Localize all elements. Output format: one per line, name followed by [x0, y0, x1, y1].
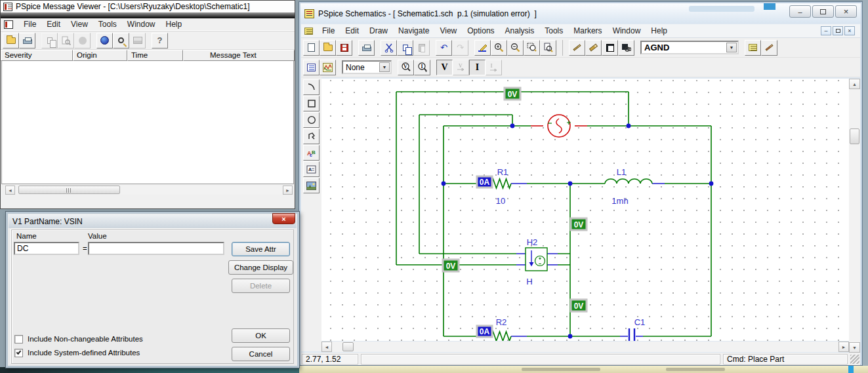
- draw-polyline-button[interactable]: [303, 128, 320, 144]
- voltage-viewpoint-button[interactable]: V: [398, 60, 414, 75]
- scroll-up-button[interactable]: ▲: [849, 79, 860, 89]
- draw-ellipse-button[interactable]: [303, 112, 320, 128]
- ok-button[interactable]: OK: [232, 328, 290, 343]
- dialog-close-button[interactable]: ×: [272, 213, 295, 224]
- draw-rectangle-button[interactable]: [303, 96, 320, 111]
- cut-button[interactable]: [381, 40, 397, 56]
- mv-menu-window[interactable]: Window: [122, 18, 161, 30]
- zoom-in-button[interactable]: [491, 40, 507, 56]
- change-display-button[interactable]: Change Display: [228, 260, 293, 275]
- open-button[interactable]: [320, 40, 336, 56]
- menu-draw[interactable]: Draw: [364, 25, 393, 37]
- vertical-scroll-thumb[interactable]: [850, 128, 859, 144]
- draw-textbox-button[interactable]: A: [303, 161, 320, 177]
- resize-grip[interactable]: [850, 355, 859, 364]
- mdi-close-button[interactable]: ×: [844, 26, 855, 35]
- schematics-titlebar[interactable]: PSpice Schematics - [ Schematic1.sch p.1…: [300, 3, 861, 24]
- scroll-right-button[interactable]: ►: [283, 186, 293, 195]
- current-badge[interactable]: 0A: [477, 326, 492, 337]
- bus-tool-button[interactable]: [585, 40, 602, 56]
- column-origin[interactable]: Origin: [73, 50, 127, 61]
- l1-value-label[interactable]: 1mh: [611, 196, 628, 206]
- canvas-vertical-scrollbar[interactable]: ▲ ▼: [849, 79, 860, 353]
- menu-window[interactable]: Window: [608, 25, 646, 37]
- voltage-badge[interactable]: 0V: [505, 88, 520, 100]
- menu-options[interactable]: Options: [462, 25, 499, 37]
- horizontal-scroll-thumb[interactable]: [342, 342, 354, 351]
- current-differential-button[interactable]: I: [486, 60, 502, 75]
- r1-value-label[interactable]: 10: [496, 196, 505, 206]
- draw-arc-button[interactable]: [303, 79, 320, 95]
- schematic-canvas[interactable]: R1 10 L1 1mh H2 H: [321, 79, 849, 341]
- enable-voltage-display-button[interactable]: V: [436, 60, 453, 75]
- c1-ref-label[interactable]: C1: [634, 317, 646, 327]
- message-viewer-horizontal-scrollbar[interactable]: ◄ ►: [1, 185, 294, 195]
- h2-ref-label[interactable]: H2: [527, 237, 538, 247]
- part-name-combo[interactable]: AGND ▼: [640, 41, 739, 54]
- draw-text-button[interactable]: ABc: [303, 145, 320, 161]
- attribute-value-input[interactable]: [88, 242, 224, 255]
- mv-stop-button[interactable]: [74, 33, 91, 49]
- zoom-page-button[interactable]: [540, 40, 556, 56]
- zoom-area-button[interactable]: [524, 40, 540, 56]
- component-h2[interactable]: H2 H: [526, 237, 547, 286]
- enable-current-display-button[interactable]: I: [469, 60, 486, 75]
- mv-menu-edit[interactable]: Edit: [41, 18, 66, 30]
- analysis-setup-button[interactable]: [303, 60, 320, 75]
- edit-attributes-button[interactable]: [745, 40, 761, 56]
- current-badge[interactable]: 0A: [477, 176, 492, 187]
- mv-open-button[interactable]: [3, 33, 19, 49]
- menu-edit[interactable]: Edit: [340, 25, 364, 37]
- print-button[interactable]: [358, 40, 375, 56]
- combo-dropdown-button[interactable]: ▼: [726, 43, 737, 52]
- simulate-button[interactable]: [320, 60, 336, 75]
- canvas-horizontal-scrollbar[interactable]: ◄ ►: [321, 341, 849, 353]
- voltage-badge[interactable]: 0V: [571, 300, 587, 311]
- wire-tool-button[interactable]: [569, 40, 585, 56]
- r2-ref-label[interactable]: R2: [496, 317, 507, 327]
- component-c1[interactable]: C1: [629, 317, 645, 341]
- h2-type-label[interactable]: H: [526, 277, 532, 286]
- new-button[interactable]: [303, 40, 320, 56]
- current-viewpoint-button[interactable]: I: [414, 60, 430, 75]
- column-severity[interactable]: Severity: [1, 50, 73, 61]
- r1-ref-label[interactable]: R1: [497, 167, 508, 177]
- menu-analysis[interactable]: Analysis: [500, 25, 540, 37]
- scroll-down-button[interactable]: ▼: [849, 342, 860, 353]
- scroll-left-button[interactable]: ◄: [321, 342, 332, 352]
- menu-navigate[interactable]: Navigate: [393, 25, 434, 37]
- redo-button[interactable]: ↷: [452, 40, 468, 56]
- find-part-button[interactable]: [618, 40, 634, 56]
- mv-help-button[interactable]: ?: [152, 33, 168, 49]
- mdi-minimize-button[interactable]: –: [821, 26, 831, 35]
- restore-button[interactable]: [812, 5, 834, 18]
- save-attr-button[interactable]: Save Attr: [232, 242, 290, 256]
- close-button[interactable]: ×: [835, 5, 857, 18]
- horizontal-scroll-thumb[interactable]: [18, 186, 120, 194]
- save-button[interactable]: [336, 40, 352, 56]
- zoom-out-button[interactable]: [507, 40, 524, 56]
- menu-file[interactable]: File: [317, 25, 340, 37]
- marker-combo-dropdown-button[interactable]: ▼: [379, 62, 390, 72]
- dialog-titlebar[interactable]: V1 PartName: VSIN: [9, 214, 297, 228]
- scroll-right-button[interactable]: ►: [838, 342, 849, 352]
- insert-picture-button[interactable]: [303, 178, 320, 193]
- draw-wire-button[interactable]: [474, 40, 491, 56]
- scroll-left-button[interactable]: ◄: [5, 186, 15, 195]
- voltage-badge[interactable]: 0V: [571, 218, 587, 230]
- undo-button[interactable]: ↶: [436, 40, 452, 56]
- component-l1[interactable]: L1 1mh: [605, 167, 652, 206]
- l1-ref-label[interactable]: L1: [617, 167, 626, 177]
- message-list[interactable]: [1, 61, 294, 184]
- menu-markers[interactable]: Markers: [568, 25, 607, 37]
- mv-copy-button[interactable]: [41, 33, 58, 49]
- mv-status-button[interactable]: [96, 33, 113, 49]
- menu-help[interactable]: Help: [646, 25, 672, 37]
- edit-symbol-button[interactable]: [761, 40, 777, 56]
- voltage-differential-button[interactable]: V: [453, 60, 469, 75]
- mv-menu-file[interactable]: File: [18, 18, 41, 30]
- component-v1-source[interactable]: [531, 115, 587, 137]
- mv-search-message-button[interactable]: [113, 33, 129, 49]
- mv-print-button[interactable]: [19, 33, 35, 49]
- voltage-badge[interactable]: 0V: [443, 260, 459, 271]
